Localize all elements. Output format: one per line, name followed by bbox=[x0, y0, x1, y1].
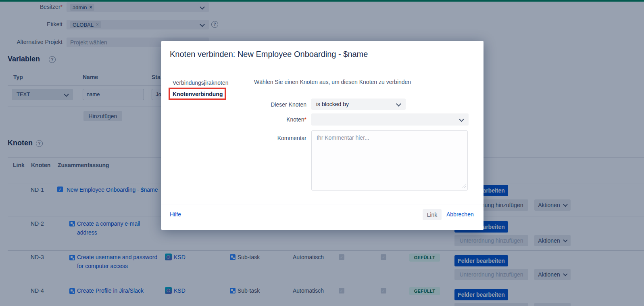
chevron-down-icon bbox=[459, 117, 464, 122]
comment-textarea[interactable] bbox=[311, 130, 468, 191]
chevron-down-icon bbox=[396, 101, 401, 107]
comment-label: Kommentar bbox=[254, 135, 306, 141]
tab-verbindungsjiraknoten[interactable]: Verbindungsjiraknoten bbox=[173, 80, 229, 86]
node-select[interactable] bbox=[311, 113, 469, 126]
abbrechen-link[interactable]: Abbrechen bbox=[446, 211, 474, 218]
node-label: Knoten* bbox=[254, 116, 306, 123]
dialog-message: Wählen Sie einen Knoten aus, um diesen K… bbox=[254, 79, 411, 85]
dialog-nav: Verbindungsjiraknoten Knotenverbindung bbox=[161, 64, 245, 205]
knoten-verbinden-dialog: Knoten verbinden: New Employee Onboardin… bbox=[161, 41, 484, 230]
link-type-select[interactable]: is blocked by bbox=[311, 99, 406, 110]
this-node-label: Dieser Knoten bbox=[254, 101, 306, 108]
page: Besitzer* admin× Etikett GLOBAL× ? Alter… bbox=[0, 0, 644, 306]
dialog-title: Knoten verbinden: New Employee Onboardin… bbox=[170, 50, 368, 59]
hilfe-link[interactable]: Hilfe bbox=[170, 211, 181, 218]
link-button[interactable]: Link bbox=[423, 209, 442, 220]
required-mark: * bbox=[304, 116, 306, 123]
divider bbox=[161, 205, 484, 205]
annotation-highlight-box bbox=[169, 88, 226, 100]
